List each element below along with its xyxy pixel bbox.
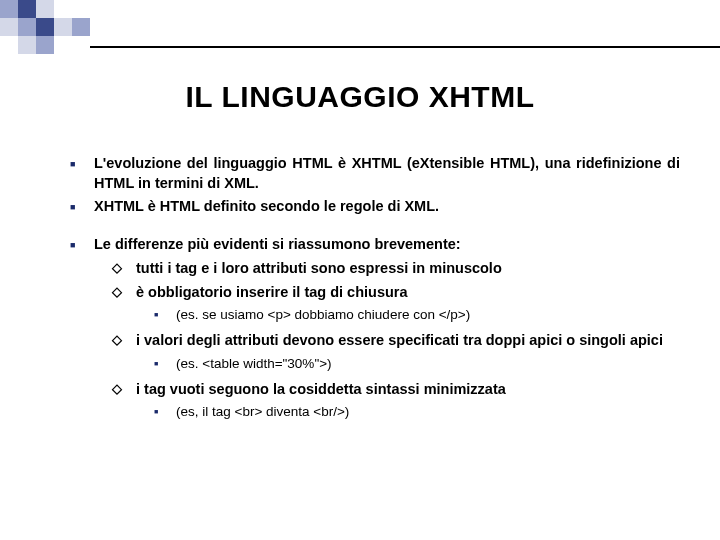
square-bullet-icon: ■	[70, 197, 94, 217]
hollow-square-icon: ◇	[112, 283, 136, 303]
hollow-square-icon: ◇	[112, 259, 136, 279]
bullet-text: L'evoluzione del linguaggio HTML è XHTML…	[94, 154, 680, 193]
bullet-text: Le differenze più evidenti si riassumono…	[94, 235, 680, 255]
bullet-l3: ■ (es. se usiamo <p> dobbiamo chiudere c…	[154, 306, 680, 325]
bullet-l3: ■ (es. <table width="30%">)	[154, 355, 680, 374]
bullet-l1: ■ Le differenze più evidenti si riassumo…	[70, 235, 680, 255]
small-square-icon: ■	[154, 306, 176, 325]
slide-content: IL LINGUAGGIO XHTML ■ L'evoluzione del l…	[0, 60, 720, 426]
bullet-l1: ■ XHTML è HTML definito secondo le regol…	[70, 197, 680, 217]
bullet-text: (es. se usiamo <p> dobbiamo chiudere con…	[176, 306, 680, 325]
bullet-l1: ■ L'evoluzione del linguaggio HTML è XHT…	[70, 154, 680, 193]
small-square-icon: ■	[154, 355, 176, 374]
bullet-l2: ◇ i tag vuoti seguono la cosiddetta sint…	[112, 380, 680, 400]
small-square-icon: ■	[154, 403, 176, 422]
bullet-text: i tag vuoti seguono la cosiddetta sintas…	[136, 380, 680, 400]
hollow-square-icon: ◇	[112, 331, 136, 351]
slide-title: IL LINGUAGGIO XHTML	[40, 80, 680, 114]
square-bullet-icon: ■	[70, 235, 94, 255]
bullet-text: i valori degli attributi devono essere s…	[136, 331, 680, 351]
bullet-text: (es. <table width="30%">)	[176, 355, 680, 374]
bullet-text: XHTML è HTML definito secondo le regole …	[94, 197, 680, 217]
horizontal-rule	[90, 46, 720, 48]
bullet-l2: ◇ i valori degli attributi devono essere…	[112, 331, 680, 351]
hollow-square-icon: ◇	[112, 380, 136, 400]
bullet-l2: ◇ tutti i tag e i loro attributi sono es…	[112, 259, 680, 279]
bullet-text: (es, il tag <br> diventa <br/>)	[176, 403, 680, 422]
bullet-l2: ◇ è obbligatorio inserire il tag di chiu…	[112, 283, 680, 303]
square-bullet-icon: ■	[70, 154, 94, 193]
bullet-text: è obbligatorio inserire il tag di chiusu…	[136, 283, 680, 303]
bullet-l3: ■ (es, il tag <br> diventa <br/>)	[154, 403, 680, 422]
corner-decoration	[0, 0, 90, 54]
bullet-text: tutti i tag e i loro attributi sono espr…	[136, 259, 680, 279]
